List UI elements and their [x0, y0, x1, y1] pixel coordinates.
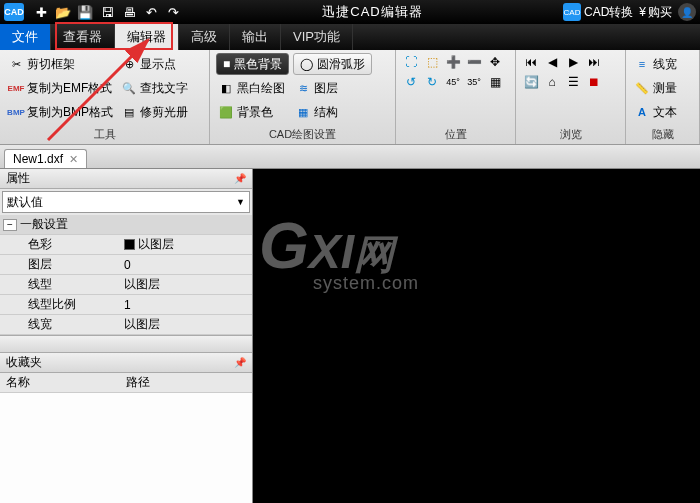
property-row[interactable]: 图层0 [0, 255, 252, 275]
combo-value: 默认值 [7, 194, 43, 211]
save-icon[interactable]: 💾 [76, 3, 94, 21]
redo-icon[interactable]: ↷ [164, 3, 182, 21]
pin-icon[interactable]: 📌 [234, 357, 246, 368]
zoom-window-icon[interactable]: ⬚ [423, 53, 441, 71]
property-row[interactable]: 线型以图层 [0, 275, 252, 295]
new-icon[interactable]: ✚ [32, 3, 50, 21]
tab-advanced[interactable]: 高级 [179, 24, 230, 50]
rotate-cw-icon[interactable]: ↻ [423, 73, 441, 91]
app-title: 迅捷CAD编辑器 [182, 3, 563, 21]
document-tab-label: New1.dxf [13, 152, 63, 166]
prev-icon[interactable]: ◀ [543, 53, 561, 71]
close-tab-icon[interactable]: ✕ [69, 153, 78, 166]
search-icon: 🔍 [121, 80, 137, 96]
line-width-button[interactable]: ≡线宽 [632, 53, 679, 75]
lineweight-icon: ≡ [634, 56, 650, 72]
property-row[interactable]: 色彩以图层 [0, 235, 252, 255]
arc-icon: ◯ [300, 57, 313, 71]
tab-file[interactable]: 文件 [0, 24, 51, 50]
first-icon[interactable]: ⏮ [522, 53, 540, 71]
emf-icon: EMF [8, 80, 24, 96]
default-value-combo[interactable]: 默认值 ▼ [2, 191, 250, 213]
bw-icon: ◧ [218, 80, 234, 96]
undo-icon[interactable]: ↶ [142, 3, 160, 21]
coin-icon: ¥ [639, 5, 646, 19]
text-button[interactable]: A文本 [632, 101, 679, 123]
smooth-arc-button[interactable]: ◯圆滑弧形 [293, 53, 372, 75]
text-icon: A [634, 104, 650, 120]
group-label-position: 位置 [402, 126, 509, 142]
angle-45-icon[interactable]: 45° [444, 73, 462, 91]
user-icon[interactable]: 👤 [678, 3, 696, 21]
cad-convert-button[interactable]: CAD CAD转换 [563, 3, 633, 21]
tab-vip[interactable]: VIP功能 [281, 24, 353, 50]
property-row[interactable]: 线型比例1 [0, 295, 252, 315]
pin-icon[interactable]: 📌 [234, 173, 246, 184]
angle-35-icon[interactable]: 35° [465, 73, 483, 91]
ribbon: ✂剪切框架 EMF复制为EMF格式 BMP复制为BMP格式 ⊕显示点 🔍查找文字… [0, 50, 700, 145]
document-tab-bar: New1.dxf ✕ [0, 145, 700, 169]
collapse-icon[interactable]: − [3, 219, 17, 231]
pan-icon[interactable]: ✥ [486, 53, 504, 71]
property-row[interactable]: 线宽以图层 [0, 315, 252, 335]
app-icon: CAD [4, 3, 24, 21]
tab-editor[interactable]: 编辑器 [115, 24, 179, 50]
measure-button[interactable]: 📏测量 [632, 77, 679, 99]
palette-icon: 🟩 [218, 104, 234, 120]
property-section-general[interactable]: − 一般设置 [0, 215, 252, 235]
chevron-down-icon: ▼ [236, 197, 245, 207]
zoom-in-icon[interactable]: ➕ [444, 53, 462, 71]
black-square-icon: ■ [223, 57, 230, 71]
structure-icon: ▦ [295, 104, 311, 120]
bg-color-button[interactable]: 🟩背景色 [216, 101, 289, 123]
copy-bmp-button[interactable]: BMP复制为BMP格式 [6, 101, 115, 123]
color-swatch [124, 239, 135, 250]
property-grid: − 一般设置 色彩以图层 图层0 线型以图层 线型比例1 线宽以图层 [0, 215, 252, 335]
drawing-canvas[interactable]: GXI网 system.com [253, 169, 700, 503]
buy-label: 购买 [648, 4, 672, 21]
black-bg-button[interactable]: ■黑色背景 [216, 53, 289, 75]
rotate-ccw-icon[interactable]: ↺ [402, 73, 420, 91]
ribbon-group-browse: ⏮ ◀ ▶ ⏭ 🔄 ⌂ ☰ ⏹ 浏览 [516, 50, 626, 144]
menu-bar: 文件 查看器 编辑器 高级 输出 VIP功能 [0, 24, 700, 50]
ruler-icon: 📏 [634, 80, 650, 96]
title-bar: CAD ✚ 📂 💾 🖫 🖶 ↶ ↷ 迅捷CAD编辑器 CAD CAD转换 ¥ 购… [0, 0, 700, 24]
trim-clip-button[interactable]: ▤修剪光册 [119, 101, 190, 123]
show-point-button[interactable]: ⊕显示点 [119, 53, 190, 75]
group-label-hide: 隐藏 [632, 126, 693, 142]
next-icon[interactable]: ▶ [564, 53, 582, 71]
zoom-extents-icon[interactable]: ⛶ [402, 53, 420, 71]
workspace: 属性 📌 默认值 ▼ − 一般设置 色彩以图层 图层0 线型以图层 线型比例1 … [0, 169, 700, 503]
group-label-draw: CAD绘图设置 [216, 126, 389, 142]
zoom-out-icon[interactable]: ➖ [465, 53, 483, 71]
refresh-icon[interactable]: 🔄 [522, 73, 540, 91]
list-icon[interactable]: ☰ [564, 73, 582, 91]
layer-button[interactable]: ≋图层 [293, 77, 372, 99]
group-label-browse: 浏览 [522, 126, 619, 142]
favorites-panel-header: 收藏夹 📌 [0, 353, 252, 373]
stop-icon[interactable]: ⏹ [585, 73, 603, 91]
ribbon-group-tools: ✂剪切框架 EMF复制为EMF格式 BMP复制为BMP格式 ⊕显示点 🔍查找文字… [0, 50, 210, 144]
print-icon[interactable]: 🖶 [120, 3, 138, 21]
grid-icon[interactable]: ▦ [486, 73, 504, 91]
copy-emf-button[interactable]: EMF复制为EMF格式 [6, 77, 115, 99]
clip-frame-button[interactable]: ✂剪切框架 [6, 53, 115, 75]
col-name: 名称 [6, 374, 126, 391]
tab-output[interactable]: 输出 [230, 24, 281, 50]
home-icon[interactable]: ⌂ [543, 73, 561, 91]
buy-button[interactable]: ¥ 购买 [639, 4, 672, 21]
find-text-button[interactable]: 🔍查找文字 [119, 77, 190, 99]
watermark: GXI网 system.com [259, 209, 419, 294]
tab-viewer[interactable]: 查看器 [51, 24, 115, 50]
open-icon[interactable]: 📂 [54, 3, 72, 21]
structure-button[interactable]: ▦结构 [293, 101, 372, 123]
last-icon[interactable]: ⏭ [585, 53, 603, 71]
bw-draw-button[interactable]: ◧黑白绘图 [216, 77, 289, 99]
section-label: 一般设置 [20, 216, 68, 233]
save-as-icon[interactable]: 🖫 [98, 3, 116, 21]
cad-convert-icon: CAD [563, 3, 581, 21]
quick-access-toolbar: ✚ 📂 💾 🖫 🖶 ↶ ↷ [32, 3, 182, 21]
properties-panel-header: 属性 📌 [0, 169, 252, 189]
document-tab[interactable]: New1.dxf ✕ [4, 149, 87, 168]
panel-splitter[interactable] [0, 335, 252, 353]
